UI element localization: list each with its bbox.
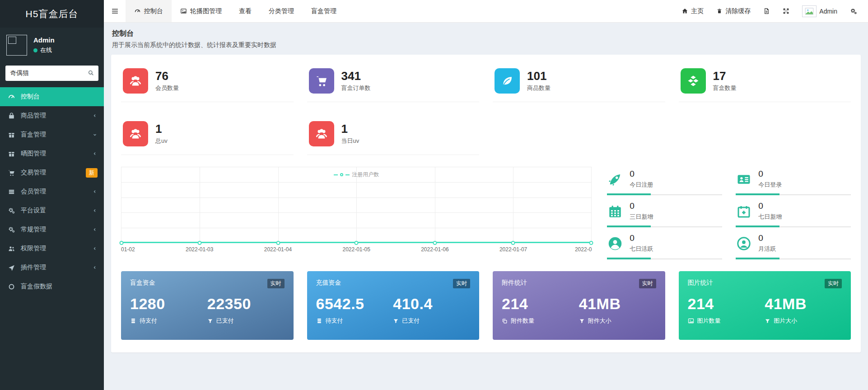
clear-cache-button[interactable]: 清除缓存 bbox=[711, 0, 756, 22]
stat-label: 盲盒订单数 bbox=[341, 84, 371, 92]
avatar bbox=[802, 5, 817, 17]
hamburger-icon[interactable] bbox=[104, 0, 126, 22]
users-icon bbox=[309, 121, 334, 146]
online-dot-icon bbox=[33, 48, 37, 52]
mini-stat-3day-new: 0 三日新增 bbox=[607, 201, 722, 227]
mini-stat-bar bbox=[736, 258, 851, 259]
chart-point bbox=[276, 241, 280, 245]
summary-card-blindbox-funds: 盲盒资金 实时 1280 待支付 22350 bbox=[121, 271, 294, 340]
language-button[interactable] bbox=[758, 0, 775, 22]
sidebar-item-platform-settings[interactable]: 平台设置 bbox=[0, 201, 104, 220]
home-link[interactable]: 主页 bbox=[676, 0, 709, 22]
stat-label: 盲盒数量 bbox=[713, 84, 737, 92]
mini-stat-7day-active: 0 七日活跃 bbox=[607, 233, 722, 259]
stat-card-products: 101 商品数量 bbox=[493, 59, 665, 102]
sidebar-item-photos[interactable]: 晒图管理 bbox=[0, 144, 104, 163]
summary-sub-label: 附件数量 bbox=[511, 317, 534, 325]
mini-stat-today-login: 0 今日登录 bbox=[736, 169, 851, 195]
funnel-icon bbox=[207, 318, 213, 324]
sidebar-item-blindbox[interactable]: 盲盒管理 bbox=[0, 125, 104, 144]
x-tick: 2022-01-04 bbox=[264, 246, 292, 253]
summary-cards-row: 盲盒资金 实时 1280 待支付 22350 bbox=[121, 259, 851, 340]
sidebar-item-plugins[interactable]: 插件管理 bbox=[0, 258, 104, 277]
tab-blindbox[interactable]: 盲盒管理 bbox=[303, 0, 345, 22]
list-icon bbox=[6, 188, 16, 196]
sidebar-item-fake-data[interactable]: 盲盒假数据 bbox=[0, 277, 104, 296]
calendar-plus-icon bbox=[736, 202, 752, 220]
sidebar-item-label: 交易管理 bbox=[21, 169, 46, 177]
funnel-icon bbox=[765, 318, 770, 324]
chart-legend[interactable]: 注册用户数 bbox=[334, 171, 379, 179]
sidebar-item-trade[interactable]: 交易管理 新 bbox=[0, 163, 104, 182]
circle-icon bbox=[6, 283, 16, 290]
sidebar-item-goods[interactable]: 商品管理 bbox=[0, 106, 104, 125]
summary-title: 图片统计 bbox=[688, 279, 713, 287]
summary-title: 盲盒资金 bbox=[130, 279, 155, 287]
stat-value: 1 bbox=[341, 122, 359, 136]
mini-stat-bar bbox=[736, 226, 851, 227]
cogs-icon bbox=[850, 8, 857, 15]
legend-dot-icon bbox=[340, 173, 343, 176]
page-subtitle: 用于展示当前系统中的统计数据、统计报表及重要实时数据 bbox=[112, 41, 860, 49]
summary-sub-label: 图片数量 bbox=[697, 317, 721, 325]
x-tick: 01-02 bbox=[121, 246, 135, 253]
mini-stat-value: 0 bbox=[758, 202, 782, 211]
sidebar-item-permissions[interactable]: 权限管理 bbox=[0, 239, 104, 258]
realtime-badge: 实时 bbox=[825, 279, 842, 288]
sidebar-item-dashboard[interactable]: 控制台 bbox=[0, 87, 104, 106]
user-panel: Admin 在线 bbox=[0, 28, 104, 62]
user-menu[interactable]: Admin bbox=[797, 0, 843, 22]
summary-value: 410.4 bbox=[393, 295, 470, 313]
search-icon[interactable] bbox=[87, 69, 94, 76]
tab-carousel[interactable]: 轮播图管理 bbox=[172, 0, 230, 22]
bag-icon bbox=[6, 112, 16, 120]
chart-point bbox=[120, 241, 124, 245]
tab-label: 分类管理 bbox=[269, 7, 294, 15]
summary-value: 214 bbox=[688, 295, 765, 313]
sidebar-item-general[interactable]: 常规管理 bbox=[0, 220, 104, 239]
stat-value: 341 bbox=[341, 70, 371, 83]
user-circle-icon bbox=[607, 234, 623, 252]
leaf-icon bbox=[495, 68, 520, 94]
realtime-badge: 实时 bbox=[267, 279, 285, 288]
mini-stat-today-register: 0 今日注册 bbox=[607, 169, 722, 195]
home-icon bbox=[681, 8, 688, 14]
users-icon bbox=[6, 245, 16, 253]
registered-users-chart: 注册用户数 01-02 2022-01-03 2022-01-04 2022-0… bbox=[121, 167, 592, 259]
sidebar-item-members[interactable]: 会员管理 bbox=[0, 182, 104, 201]
summary-sub-label: 图片大小 bbox=[774, 317, 797, 325]
user-avatar[interactable] bbox=[6, 35, 27, 56]
sidebar-search-input[interactable] bbox=[5, 66, 98, 81]
tab-dashboard[interactable]: 控制台 bbox=[126, 0, 172, 22]
gift-box-icon bbox=[6, 131, 16, 139]
main-panel: 76 会员数量 341 盲盒订单数 101 商品数量 bbox=[111, 55, 861, 352]
stat-value: 101 bbox=[527, 70, 551, 83]
sidebar-item-label: 权限管理 bbox=[21, 244, 46, 253]
tab-categories[interactable]: 分类管理 bbox=[260, 0, 303, 22]
tab-label: 盲盒管理 bbox=[311, 7, 336, 15]
summary-value: 22350 bbox=[207, 295, 285, 313]
chevron-left-icon bbox=[92, 227, 98, 232]
chevron-down-icon bbox=[92, 132, 98, 137]
fullscreen-button[interactable] bbox=[777, 0, 795, 22]
summary-sub-label: 附件大小 bbox=[588, 317, 611, 325]
mini-stat-label: 今日注册 bbox=[630, 181, 653, 189]
sidebar-item-label: 平台设置 bbox=[21, 207, 46, 215]
tab-view[interactable]: 查看 bbox=[230, 0, 260, 22]
mini-stat-label: 三日新增 bbox=[630, 213, 653, 221]
chart-point bbox=[433, 241, 437, 245]
page-header: 控制台 用于展示当前系统中的统计数据、统计报表及重要实时数据 bbox=[104, 23, 868, 55]
chevron-left-icon bbox=[92, 208, 98, 213]
new-badge: 新 bbox=[86, 168, 98, 178]
mini-stat-value: 0 bbox=[630, 234, 653, 243]
settings-button[interactable] bbox=[845, 0, 863, 22]
summary-value: 1280 bbox=[130, 295, 207, 313]
chevron-left-icon bbox=[92, 265, 98, 270]
cart-icon bbox=[309, 68, 334, 94]
brand-title: H5盲盒后台 bbox=[0, 0, 104, 28]
legend-label: 注册用户数 bbox=[352, 171, 379, 179]
user-status: 在线 bbox=[33, 46, 55, 54]
user-name: Admin bbox=[33, 36, 55, 44]
sidebar: H5盲盒后台 Admin 在线 控制台 商品管理 盲盒管理 bbox=[0, 0, 104, 390]
sidebar-item-label: 商品管理 bbox=[21, 112, 46, 120]
